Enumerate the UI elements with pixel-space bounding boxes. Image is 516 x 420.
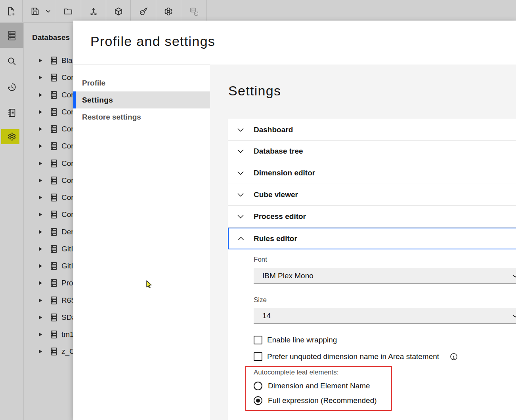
tree-row-database[interactable]: z_C: [24, 343, 74, 360]
settings-button[interactable]: [156, 0, 181, 23]
save-button[interactable]: [23, 0, 55, 23]
database-name: Cor: [61, 159, 74, 168]
document-add-icon: [7, 7, 15, 16]
tree-row-database[interactable]: SDa: [24, 309, 74, 326]
caret-right-icon[interactable]: [39, 213, 42, 217]
content-heading: Settings: [228, 82, 281, 99]
caret-right-icon[interactable]: [39, 127, 42, 131]
caret-right-icon[interactable]: [39, 230, 42, 234]
tree-row-database[interactable]: Cor: [24, 121, 74, 138]
caret-right-icon[interactable]: [39, 333, 42, 337]
tree-row-database[interactable]: Cor: [24, 86, 74, 103]
chevron-down-icon: [512, 273, 516, 279]
tree-row-database[interactable]: Cor: [24, 155, 74, 172]
caret-right-icon[interactable]: [39, 264, 42, 268]
caret-right-icon[interactable]: [39, 247, 42, 251]
rules-editor-panel: Font IBM Plex Mono Size 14 Enable: [228, 249, 516, 420]
rail-item-recent[interactable]: [0, 74, 23, 99]
font-dropdown-value: IBM Plex Mono: [262, 272, 313, 280]
enable-line-wrapping-checkbox[interactable]: [254, 336, 262, 344]
database-name: Cor: [61, 91, 74, 99]
process-button[interactable]: [131, 0, 156, 23]
database-name: Der: [61, 228, 74, 236]
branch-view-button[interactable]: [81, 0, 106, 23]
caret-right-icon[interactable]: [39, 350, 42, 354]
database-name: Bla: [61, 56, 72, 65]
left-rail: [0, 23, 23, 420]
accordion-label: Dashboard: [254, 125, 293, 134]
accordion-item-dashboard[interactable]: Dashboard: [228, 119, 516, 141]
tree-row-database[interactable]: Cor: [24, 206, 74, 223]
tree-row-database[interactable]: Cor: [24, 172, 74, 189]
database-icon: [50, 211, 57, 219]
database-tree: BlaCorCorCorCorCorCorCorCorCorDerGitIGit…: [24, 52, 74, 361]
tree-row-database[interactable]: Der: [24, 223, 74, 240]
tree-row-database[interactable]: Bla: [24, 52, 74, 69]
tree-row-database[interactable]: Cor: [24, 138, 74, 155]
database-icon: [50, 296, 57, 304]
caret-right-icon[interactable]: [39, 196, 42, 200]
database-name: Cor: [61, 108, 74, 116]
accordion-item-rules-editor[interactable]: Rules editor: [228, 228, 516, 249]
enable-line-wrapping-row: Enable line wrapping: [254, 335, 337, 345]
database-icon: [50, 142, 57, 150]
rail-item-databases[interactable]: [0, 23, 23, 48]
rail-item-search[interactable]: [0, 49, 23, 74]
caret-right-icon[interactable]: [39, 59, 42, 63]
caret-right-icon[interactable]: [39, 178, 42, 182]
info-icon[interactable]: [450, 353, 458, 361]
tree-row-database[interactable]: R6S: [24, 292, 74, 309]
tree-row-database[interactable]: GitI: [24, 240, 74, 257]
radio-row-dimension-element: Dimension and Element Name: [254, 381, 370, 391]
search-icon: [7, 57, 17, 66]
caret-right-icon[interactable]: [39, 93, 42, 97]
tree-row-database[interactable]: Pro: [24, 275, 74, 292]
database-name: Cor: [61, 142, 74, 150]
tree-row-database[interactable]: GitI: [24, 258, 74, 275]
rail-item-log[interactable]: [0, 100, 23, 125]
size-dropdown[interactable]: 14: [254, 308, 516, 324]
gear-icon: [8, 132, 16, 141]
dialog-menu-item-profile[interactable]: Profile: [73, 74, 210, 91]
accordion-item-cube-viewer[interactable]: Cube viewer: [228, 184, 516, 206]
caret-right-icon[interactable]: [39, 315, 42, 319]
accordion-item-database-tree[interactable]: Database tree: [228, 141, 516, 162]
new-document-button[interactable]: [0, 0, 23, 23]
caret-right-icon[interactable]: [39, 281, 42, 285]
accordion-item-dimension-editor[interactable]: Dimension editor: [228, 162, 516, 184]
accordion-label: Cube viewer: [254, 190, 298, 199]
rail-item-settings[interactable]: [0, 124, 23, 149]
caret-right-icon[interactable]: [39, 298, 42, 302]
accordion-label: Dimension editor: [254, 169, 315, 177]
tree-row-database[interactable]: Cor: [24, 189, 74, 206]
full-expression-radio[interactable]: [254, 396, 262, 405]
caret-right-icon[interactable]: [39, 110, 42, 114]
font-dropdown[interactable]: IBM Plex Mono: [254, 268, 516, 284]
accordion-item-process-editor[interactable]: Process editor: [228, 206, 516, 228]
caret-right-icon[interactable]: [39, 144, 42, 148]
dimension-element-radio[interactable]: [254, 382, 262, 390]
tree-row-database[interactable]: Cor: [24, 69, 74, 86]
database-name: Pro: [61, 279, 73, 287]
database-icon: [50, 74, 57, 82]
chevron-down-icon[interactable]: [46, 9, 51, 14]
font-field-label: Font: [254, 256, 267, 264]
cube-button[interactable]: [106, 0, 131, 23]
database-restore-button: [181, 0, 207, 23]
caret-right-icon[interactable]: [39, 76, 42, 80]
prefer-unquoted-checkbox[interactable]: [254, 352, 262, 361]
dialog-menu-item-settings[interactable]: Settings: [73, 91, 210, 108]
application-window: Databases BlaCorCorCorCorCorCorCorCorCor…: [0, 0, 516, 420]
dialog-menu-item-restore-settings[interactable]: Restore settings: [73, 108, 210, 125]
tree-row-database[interactable]: tm1: [24, 326, 74, 343]
open-folder-button[interactable]: [55, 0, 81, 23]
database-name: GitI: [61, 262, 73, 270]
chevron-down-icon: [237, 169, 245, 177]
dialog-content: Settings DashboardDatabase treeDimension…: [210, 65, 516, 420]
database-name: tm1: [61, 330, 74, 339]
caret-right-icon[interactable]: [39, 161, 42, 165]
journal-icon: [7, 108, 17, 118]
sidebar-panel: Databases BlaCorCorCorCorCorCorCorCorCor…: [24, 23, 74, 420]
database-name: SDa: [61, 313, 74, 322]
tree-row-database[interactable]: Cor: [24, 103, 74, 120]
